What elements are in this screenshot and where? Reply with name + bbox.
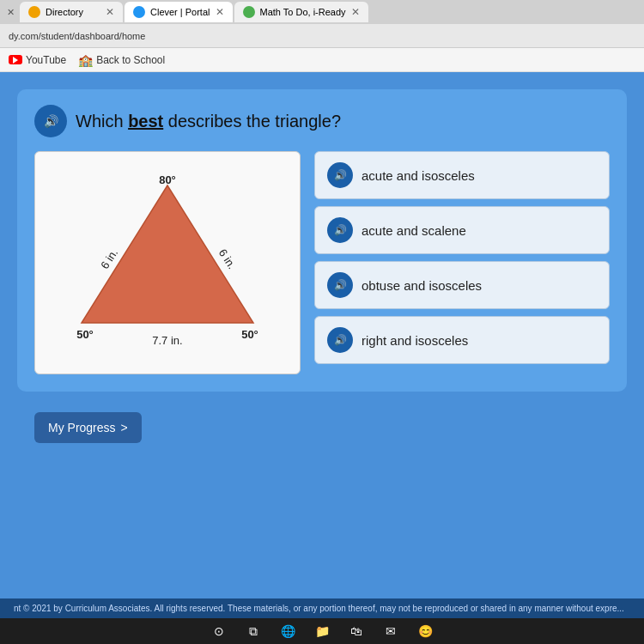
main-content: 🔊 Which best describes the triangle? 80° [0, 72, 644, 644]
taskbar-files[interactable]: 📁 [313, 623, 331, 640]
browser-tabs: ✕ Directory ✕ Clever | Portal ✕ Math To … [0, 0, 644, 24]
answer-text-1: acute and isosceles [361, 168, 475, 183]
speaker-icon-1: 🔊 [334, 169, 347, 181]
answer-sound-btn-4[interactable]: 🔊 [327, 327, 353, 353]
speaker-icon-3: 🔊 [334, 279, 347, 291]
triangle-container: 80° 50° 50° 6 in. 6 in. 7.7 in. [64, 177, 270, 349]
bookmark-youtube[interactable]: YouTube [9, 54, 66, 66]
tab-math-close[interactable]: ✕ [351, 6, 360, 18]
speaker-icon-large: 🔊 [44, 114, 58, 128]
my-progress-label: My Progress [48, 421, 116, 434]
diagram-area: 80° 50° 50° 6 in. 6 in. 7.7 in. [34, 151, 301, 374]
tab-directory-close[interactable]: ✕ [106, 6, 114, 18]
bottom-right-angle-label: 50° [241, 328, 258, 341]
directory-tab-icon [28, 6, 40, 18]
answers-panel: 🔊 acute and isosceles 🔊 acute and scalen… [314, 151, 610, 364]
tab-directory[interactable]: Directory ✕ [20, 2, 123, 22]
tab-math-label: Math To Do, i-Ready [260, 7, 346, 17]
bookmark-school[interactable]: 🏫 Back to School [78, 53, 165, 67]
youtube-icon [9, 55, 22, 64]
answer-sound-btn-3[interactable]: 🔊 [327, 272, 353, 298]
answer-text-4: right and isosceles [361, 333, 468, 348]
answer-option-1[interactable]: 🔊 acute and isosceles [314, 151, 610, 199]
question-card: 🔊 Which best describes the triangle? 80° [17, 89, 627, 392]
address-bar: dy.com/student/dashboard/home [0, 24, 644, 48]
tab-close-x1[interactable]: ✕ [3, 7, 18, 18]
answer-sound-btn-2[interactable]: 🔊 [327, 217, 353, 243]
answer-text-2: acute and scalene [361, 223, 466, 238]
address-text[interactable]: dy.com/student/dashboard/home [9, 31, 145, 41]
bookmarks-bar: YouTube 🏫 Back to School [0, 48, 644, 72]
question-suffix: describes the triangle? [163, 112, 341, 131]
taskbar: ⊙ ⧉ 🌐 📁 🛍 ✉ 😊 [0, 618, 644, 644]
question-underline: best [128, 112, 163, 131]
tab-clever-label: Clever | Portal [150, 7, 210, 17]
taskbar-store[interactable]: 🛍 [348, 623, 365, 640]
answer-text-3: obtuse and isosceles [361, 278, 482, 293]
copyright-text: nt © 2021 by Curriculum Associates. All … [14, 604, 624, 613]
tab-math[interactable]: Math To Do, i-Ready ✕ [234, 2, 368, 22]
math-tab-icon [243, 6, 255, 18]
answer-sound-btn-1[interactable]: 🔊 [327, 162, 353, 188]
answer-option-2[interactable]: 🔊 acute and scalene [314, 206, 610, 254]
school-icon: 🏫 [78, 53, 93, 67]
question-sound-button[interactable]: 🔊 [34, 105, 67, 137]
answer-option-4[interactable]: 🔊 right and isosceles [314, 316, 610, 364]
bottom-side-label: 7.7 in. [152, 334, 182, 347]
my-progress-arrow: > [121, 421, 128, 434]
bottom-bar: My Progress > [17, 400, 627, 455]
answer-option-3[interactable]: 🔊 obtuse and isosceles [314, 261, 610, 309]
bottom-left-angle-label: 50° [76, 328, 94, 341]
tab-clever[interactable]: Clever | Portal ✕ [125, 2, 233, 22]
tab-clever-close[interactable]: ✕ [216, 6, 224, 18]
taskbar-taskview[interactable]: ⧉ [245, 623, 262, 640]
clever-tab-icon [133, 6, 145, 18]
taskbar-search[interactable]: ⊙ [210, 623, 228, 640]
bookmark-school-label: Back to School [96, 54, 165, 66]
question-header: 🔊 Which best describes the triangle? [34, 105, 610, 137]
copyright-bar: nt © 2021 by Curriculum Associates. All … [0, 598, 644, 618]
question-prefix: Which [76, 112, 128, 131]
speaker-icon-2: 🔊 [334, 224, 347, 236]
tab-directory-label: Directory [46, 7, 83, 17]
bookmark-youtube-label: YouTube [26, 54, 66, 66]
my-progress-button[interactable]: My Progress > [34, 412, 142, 443]
top-angle-label: 80° [159, 173, 176, 186]
triangle-svg: 80° 50° 50° 6 in. 6 in. 7.7 in. [64, 177, 270, 349]
question-text: Which best describes the triangle? [76, 112, 341, 131]
taskbar-mail[interactable]: ✉ [382, 623, 399, 640]
speaker-icon-4: 🔊 [334, 334, 347, 346]
question-body: 80° 50° 50° 6 in. 6 in. 7.7 in. [34, 151, 610, 374]
right-side-label: 6 in. [216, 246, 239, 271]
taskbar-avatar[interactable]: 😊 [416, 623, 434, 640]
taskbar-edge[interactable]: 🌐 [279, 623, 296, 640]
